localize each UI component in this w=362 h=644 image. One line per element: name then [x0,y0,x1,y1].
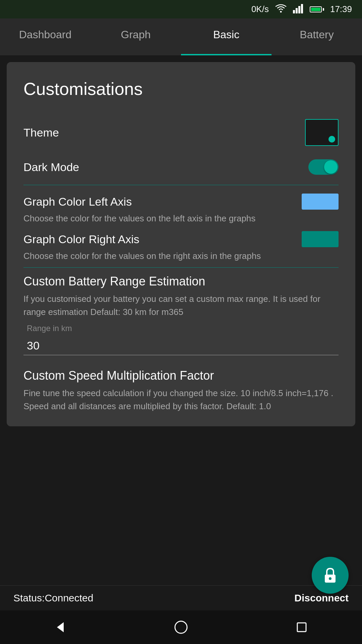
signal-icon [293,4,304,15]
recent-nav-button[interactable] [293,619,310,636]
bottom-status-bar: Status:Connected Disconnect [0,585,362,610]
theme-preview-dot [328,136,335,143]
svg-rect-1 [293,10,295,13]
tab-basic[interactable]: Basic [181,18,272,55]
custom-battery-title: Custom Battery Range Estimation [23,274,339,288]
graph-color-left-row: Graph Color Left Axis Choose the color f… [23,189,339,226]
theme-label: Theme [23,126,59,139]
home-nav-button[interactable] [173,619,189,636]
connection-status: Status:Connected [13,592,94,604]
theme-setting-row: Theme [23,112,339,153]
time-display: 17:39 [330,4,352,14]
card-title: Customisations [23,79,339,99]
graph-color-left-label: Graph Color Left Axis [23,195,132,208]
lock-icon [321,567,339,584]
main-content: Customisations Theme Dark Mode Graph Col… [0,55,362,585]
android-nav-bar [0,610,362,644]
wifi-icon [275,4,287,15]
graph-color-left-swatch[interactable] [302,194,339,210]
tab-dashboard[interactable]: Dashboard [0,18,90,55]
dark-mode-row: Dark Mode [23,153,339,181]
status-bar: 0K/s 17:39 [0,0,362,18]
svg-rect-2 [296,8,298,13]
divider-2 [23,267,339,268]
range-input[interactable] [23,336,339,355]
dark-mode-toggle[interactable] [308,159,339,175]
custom-battery-desc: If you customised your battery you can s… [23,292,339,319]
dark-mode-label: Dark Mode [23,161,79,174]
toggle-knob [324,160,338,174]
graph-color-left-desc: Choose the color for the values on the l… [23,212,339,224]
battery-indicator [310,6,324,12]
graph-color-right-label: Graph Color Right Axis [23,233,139,246]
divider-1 [23,185,339,185]
range-input-hint: Range in km [23,324,339,333]
customisations-card: Customisations Theme Dark Mode Graph Col… [7,62,355,426]
theme-preview[interactable] [305,119,339,146]
svg-point-6 [329,577,331,580]
network-speed: 0K/s [251,4,269,14]
svg-rect-3 [298,6,300,13]
custom-battery-section: Custom Battery Range Estimation If you c… [23,274,339,355]
back-nav-button[interactable] [52,619,69,636]
graph-color-right-row: Graph Color Right Axis Choose the color … [23,226,339,264]
custom-speed-section: Custom Speed Multiplication Factor Fine … [23,369,339,413]
tab-graph[interactable]: Graph [90,18,181,55]
svg-point-0 [280,11,282,12]
nav-tabs: Dashboard Graph Basic Battery [0,18,362,55]
lock-fab[interactable] [312,557,349,594]
tab-battery[interactable]: Battery [272,18,362,55]
custom-speed-title: Custom Speed Multiplication Factor [23,369,339,383]
svg-point-8 [175,621,187,633]
svg-marker-7 [57,622,64,632]
svg-rect-9 [297,623,306,632]
custom-speed-desc: Fine tune the speed calculation if you c… [23,387,339,413]
graph-color-right-swatch[interactable] [302,231,339,247]
graph-color-right-desc: Choose the color for the values on the r… [23,250,339,262]
disconnect-button[interactable]: Disconnect [294,592,349,604]
svg-rect-4 [301,4,303,13]
